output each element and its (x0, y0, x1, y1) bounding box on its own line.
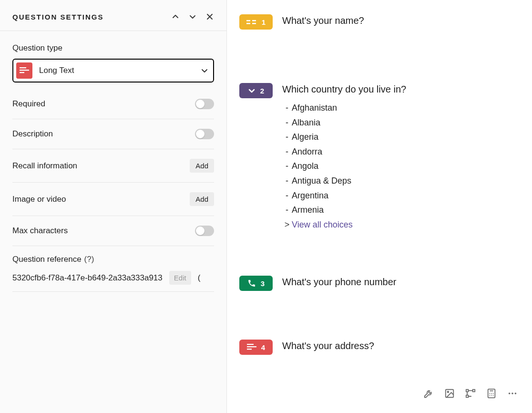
description-label: Description (12, 129, 53, 139)
svg-rect-7 (247, 344, 254, 345)
recall-label: Recall information (12, 161, 77, 171)
question-badge: 4 (239, 340, 273, 355)
description-row: Description (12, 119, 214, 149)
maxchars-toggle[interactable] (195, 226, 214, 236)
wrench-icon[interactable] (423, 388, 434, 399)
branch-icon[interactable] (465, 388, 476, 399)
description-toggle[interactable] (195, 129, 214, 139)
long-text-icon (16, 62, 32, 79)
svg-rect-6 (252, 23, 256, 24)
question-type-label: Question type (12, 43, 214, 53)
question-text: What's your name? (282, 13, 364, 26)
image-icon[interactable] (444, 388, 455, 399)
choice-item: -Albania (282, 115, 406, 130)
question-number: 1 (262, 18, 266, 26)
question-toolbar (423, 388, 518, 399)
required-label: Required (12, 99, 45, 109)
chevron-down-icon (201, 67, 208, 74)
question-badge: 2 (239, 83, 273, 98)
maxchars-row: Max characters (12, 216, 214, 246)
question-badge: 3 (239, 276, 273, 291)
sidebar-header: Question Settings (0, 0, 226, 31)
svg-rect-0 (20, 67, 26, 68)
question-reference: Question reference (?) 5320cfb6-f78a-417… (12, 246, 214, 292)
choice-list: -Afghanistan -Albania -Algeria -Andorra … (282, 101, 406, 232)
svg-rect-2 (20, 72, 24, 73)
svg-rect-9 (247, 349, 252, 350)
question-number: 4 (261, 343, 265, 351)
choice-item: -Antigua & Deps (282, 174, 406, 188)
recall-row: Recall information Add (12, 149, 214, 183)
question-text: What's your address? (282, 339, 374, 351)
svg-point-11 (447, 391, 449, 392)
svg-rect-5 (246, 23, 250, 24)
more-icon[interactable] (507, 388, 518, 399)
question-item[interactable]: 4 What's your address? (239, 339, 516, 355)
prev-question-icon[interactable] (171, 12, 180, 21)
media-row: Image or video Add (12, 183, 214, 216)
svg-point-23 (509, 392, 511, 394)
choice-item: -Armenia (282, 203, 406, 217)
media-label: Image or video (12, 195, 66, 204)
dropdown-icon (248, 87, 256, 94)
svg-point-25 (515, 392, 517, 394)
choice-item: -Algeria (282, 130, 406, 145)
media-add-button[interactable]: Add (190, 192, 214, 206)
short-text-icon (246, 19, 257, 25)
question-type-value: Long Text (39, 66, 201, 75)
settings-sidebar: Question Settings Question type Long T (0, 0, 227, 413)
question-number: 2 (260, 87, 264, 95)
svg-rect-14 (466, 395, 469, 398)
svg-rect-13 (473, 390, 475, 392)
next-question-icon[interactable] (188, 12, 197, 21)
choice-item: -Andorra (282, 145, 406, 159)
qref-paren: ( (198, 273, 201, 283)
sidebar-body: Question type Long Text Required Descrip… (0, 31, 226, 292)
sidebar-header-actions (171, 12, 214, 21)
maxchars-label: Max characters (12, 226, 68, 236)
question-text: Which country do you live in? (282, 82, 406, 95)
svg-rect-1 (20, 70, 29, 71)
question-item[interactable]: 2 Which country do you live in? -Afghani… (239, 82, 516, 232)
question-list: 1 What's your name? 2 Which country do y… (227, 0, 532, 413)
svg-rect-3 (246, 20, 250, 21)
long-text-icon (247, 344, 256, 351)
recall-add-button[interactable]: Add (190, 159, 214, 173)
view-all-choices-link[interactable]: >View all choices (282, 217, 406, 232)
question-text: What's your phone number (282, 275, 397, 288)
question-item[interactable]: 1 What's your name? (239, 13, 516, 30)
question-badge: 1 (239, 14, 273, 30)
choice-item: -Argentina (282, 188, 406, 203)
svg-rect-4 (252, 20, 256, 21)
phone-icon (247, 279, 256, 288)
sidebar-title: Question Settings (12, 13, 104, 21)
question-type-select[interactable]: Long Text (12, 59, 214, 83)
svg-rect-8 (247, 346, 256, 347)
qref-edit-button[interactable]: Edit (169, 271, 191, 285)
question-number: 3 (261, 279, 265, 288)
close-icon[interactable] (205, 12, 214, 21)
question-item[interactable]: 3 What's your phone number (239, 275, 516, 291)
calculator-icon[interactable] (486, 388, 497, 399)
required-toggle[interactable] (195, 99, 214, 109)
qref-help-icon[interactable]: (?) (84, 255, 94, 264)
choice-item: -Afghanistan (282, 101, 406, 115)
qref-label: Question reference (12, 255, 82, 264)
svg-point-24 (512, 392, 513, 394)
qref-value: 5320cfb6-f78a-417e-b649-2a33a333a913 (12, 273, 163, 283)
svg-rect-12 (466, 390, 469, 392)
choice-item: -Angola (282, 159, 406, 174)
required-row: Required (12, 89, 214, 119)
